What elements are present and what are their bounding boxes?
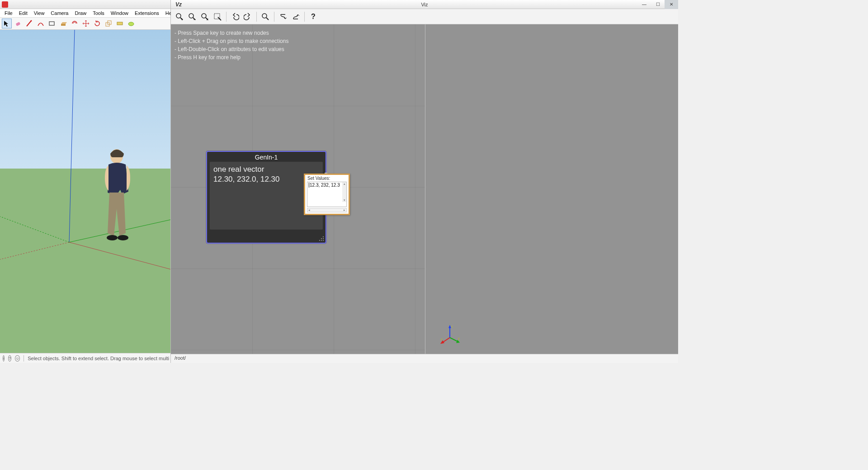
select-box-icon[interactable] xyxy=(212,11,223,23)
help-icon[interactable]: ? xyxy=(307,11,319,23)
viz-statusbar: /root/ xyxy=(171,354,678,363)
menu-window[interactable]: Window xyxy=(108,10,131,16)
hint-line: - Left-Double-Click on attributes to edi… xyxy=(175,45,288,53)
resize-grip-icon[interactable] xyxy=(317,235,324,241)
sketchup-menubar: File Edit View Camera Draw Tools Window … xyxy=(0,9,170,18)
node-attr-values[interactable]: 12.30, 232.0, 12.30 xyxy=(213,174,319,184)
shape-tool-icon[interactable] xyxy=(47,19,57,28)
zoom-in-icon[interactable]: + xyxy=(174,11,185,23)
popup-vscroll[interactable]: ▴▾ xyxy=(342,182,346,202)
svg-line-26 xyxy=(266,18,269,20)
svg-text:x: x xyxy=(441,338,443,341)
svg-line-7 xyxy=(69,30,75,242)
axes-overlay xyxy=(0,30,170,353)
offset-tool-icon[interactable] xyxy=(70,19,80,28)
svg-line-10 xyxy=(0,216,69,242)
minimize-button[interactable]: — xyxy=(637,0,651,9)
pushpull-tool-icon[interactable] xyxy=(58,19,68,28)
close-button[interactable]: ✕ xyxy=(665,0,678,9)
viz-titlebar[interactable]: Vz Viz — ☐ ✕ xyxy=(171,0,678,9)
sketchup-window: File Edit View Camera Draw Tools Window … xyxy=(0,0,171,363)
popup-title: Set Values: xyxy=(305,175,349,182)
viz-toolbar: + – × ? xyxy=(171,9,678,24)
tape-tool-icon[interactable] xyxy=(115,19,125,28)
viz-logo: Vz xyxy=(171,1,186,8)
maximize-button[interactable]: ☐ xyxy=(651,0,665,9)
menu-draw[interactable]: Draw xyxy=(72,10,89,16)
redo-icon[interactable] xyxy=(242,11,254,23)
canvas-hints: - Press Space key to create new nodes - … xyxy=(175,29,288,61)
grid-line xyxy=(171,268,425,269)
viz-3d-panel[interactable]: + – × z y x xyxy=(425,24,678,354)
svg-rect-0 xyxy=(16,22,21,26)
svg-rect-5 xyxy=(117,22,123,25)
status-text: Select objects. Shift to extend select. … xyxy=(28,356,169,361)
svg-text:+: + xyxy=(181,17,183,21)
svg-point-1 xyxy=(31,20,32,22)
svg-rect-2 xyxy=(49,22,54,25)
svg-point-13 xyxy=(107,235,118,240)
menu-view[interactable]: View xyxy=(31,10,47,16)
info-icon[interactable]: i xyxy=(3,355,5,362)
svg-line-9 xyxy=(0,242,69,259)
select-tool-icon[interactable] xyxy=(2,19,12,28)
grid-line xyxy=(415,24,415,354)
sketchup-app-icon xyxy=(2,1,8,8)
svg-text:×: × xyxy=(206,17,208,21)
svg-text:z: z xyxy=(451,325,453,328)
sketchup-viewport[interactable] xyxy=(0,30,170,353)
svg-text:–: – xyxy=(193,17,196,21)
popup-text-value: 12.3, 232, 12.3 xyxy=(309,183,340,188)
help-icon[interactable]: ? xyxy=(8,355,11,362)
grid-line xyxy=(171,350,425,350)
link-down-icon[interactable] xyxy=(277,11,289,23)
svg-marker-41 xyxy=(440,340,444,344)
paint-tool-icon[interactable] xyxy=(126,19,136,28)
link-up-icon[interactable] xyxy=(290,11,302,23)
svg-text:y: y xyxy=(458,337,460,340)
set-values-popup[interactable]: Set Values: 12.3, 232, 12.3 ▴▾ ◂▸ xyxy=(304,174,350,215)
user-icon[interactable]: ☺ xyxy=(15,355,20,362)
node-attr-label: one real vector xyxy=(213,164,319,174)
zoom-out-icon[interactable]: – xyxy=(186,11,198,23)
hint-line: - Press Space key to create new nodes xyxy=(175,29,288,37)
grid-line xyxy=(171,106,425,106)
hint-line: - Left-Click + Drag on pins to make conn… xyxy=(175,37,288,45)
sketchup-toolbar xyxy=(0,18,170,30)
svg-point-25 xyxy=(262,14,267,18)
popup-textarea[interactable]: 12.3, 232, 12.3 ▴▾ xyxy=(307,182,347,207)
scale-figure xyxy=(95,147,140,256)
find-icon[interactable] xyxy=(259,11,271,23)
svg-point-18 xyxy=(189,14,193,18)
viz-path: /root/ xyxy=(175,355,186,361)
svg-point-15 xyxy=(176,14,181,18)
viz-window-title: Viz xyxy=(421,2,428,7)
scale-tool-icon[interactable] xyxy=(104,19,113,28)
svg-point-6 xyxy=(128,22,134,26)
popup-hscroll[interactable]: ◂▸ xyxy=(307,208,347,212)
menu-camera[interactable]: Camera xyxy=(48,10,71,16)
menu-tools[interactable]: Tools xyxy=(90,10,107,16)
arc-tool-icon[interactable] xyxy=(36,19,46,28)
undo-icon[interactable] xyxy=(229,11,241,23)
menu-extensions[interactable]: Extensions xyxy=(132,10,162,16)
menu-edit[interactable]: Edit xyxy=(16,10,30,16)
move-tool-icon[interactable] xyxy=(81,19,91,28)
zoom-reset-icon[interactable]: × xyxy=(199,11,211,23)
eraser-tool-icon[interactable] xyxy=(13,19,23,28)
sketchup-titlebar[interactable] xyxy=(0,0,170,9)
menu-file[interactable]: File xyxy=(2,10,15,16)
rotate-tool-icon[interactable] xyxy=(92,19,102,28)
node-title: GenIn-1 xyxy=(207,152,326,162)
svg-point-21 xyxy=(202,14,206,18)
viz-window: Vz Viz — ☐ ✕ + – × ? xyxy=(171,0,678,363)
line-tool-icon[interactable] xyxy=(24,19,34,28)
axis-gizmo-icon[interactable]: z y x xyxy=(439,324,461,346)
hint-line: - Press H key for more help xyxy=(175,53,288,61)
sketchup-statusbar: i ? ☺ Select objects. Shift to extend se… xyxy=(0,353,170,363)
svg-point-14 xyxy=(118,235,128,240)
viz-node-canvas[interactable]: - Press Space key to create new nodes - … xyxy=(171,24,425,354)
